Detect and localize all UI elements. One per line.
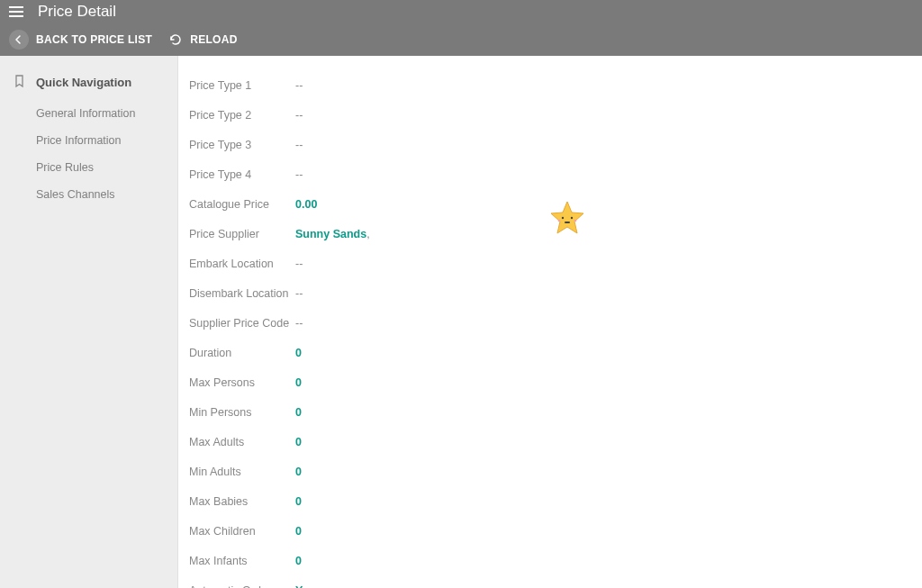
field-row: Embark Location-- (189, 249, 922, 278)
field-label: Duration (189, 347, 295, 359)
sidebar-item[interactable]: Price Rules (0, 154, 177, 181)
field-row: Price Type 3-- (189, 130, 922, 159)
field-label: Embark Location (189, 258, 295, 270)
sidebar-header: Quick Navigation (0, 70, 177, 100)
field-label: Min Adults (189, 466, 295, 478)
field-label: Max Infants (189, 555, 295, 567)
field-value-suffix: , (366, 228, 369, 240)
header: Price Detail BACK TO PRICE LIST RELOAD (0, 0, 922, 56)
field-row: Max Infants0 (189, 546, 922, 575)
field-row: Max Persons0 (189, 367, 922, 397)
back-label: BACK TO PRICE LIST (36, 33, 152, 46)
field-value: Yes (295, 584, 315, 589)
field-value: 0 (295, 495, 302, 508)
sidebar-nav: General InformationPrice InformationPric… (0, 100, 177, 208)
sidebar-item[interactable]: Price Information (0, 127, 177, 154)
menu-icon[interactable] (9, 3, 27, 21)
field-row: Catalogue Price0.00 (189, 189, 922, 219)
field-row: Min Adults0 (189, 457, 922, 486)
field-label: Price Type 3 (189, 139, 295, 151)
field-label: Automatic Order (189, 584, 295, 589)
field-value: -- (295, 317, 303, 330)
field-row: Duration0 (189, 338, 922, 367)
back-button[interactable]: BACK TO PRICE LIST (9, 30, 152, 50)
field-row: Price Type 1-- (189, 70, 922, 100)
reload-icon (168, 32, 183, 47)
reload-button[interactable]: RELOAD (168, 32, 237, 47)
field-row: Max Adults0 (189, 427, 922, 457)
field-label: Max Adults (189, 436, 295, 448)
field-value: -- (295, 139, 303, 151)
field-value: -- (295, 109, 303, 122)
field-label: Price Type 1 (189, 79, 295, 92)
reload-label: RELOAD (190, 33, 237, 46)
field-value: 0 (295, 466, 302, 478)
field-value: 0 (295, 376, 302, 389)
body: Quick Navigation General InformationPric… (0, 56, 922, 588)
field-label: Min Persons (189, 406, 295, 419)
field-label: Price Supplier (189, 228, 295, 240)
field-value: -- (295, 287, 303, 300)
field-value: 0 (295, 436, 302, 448)
field-row: Min Persons0 (189, 397, 922, 427)
field-value: 0 (295, 406, 302, 419)
field-label: Price Type 4 (189, 168, 295, 181)
sidebar-title: Quick Navigation (36, 76, 131, 89)
field-row: Price Type 2-- (189, 100, 922, 130)
field-label: Catalogue Price (189, 198, 295, 211)
field-label: Max Children (189, 525, 295, 538)
field-value: -- (295, 79, 303, 92)
field-row: Price SupplierSunny Sands, (189, 219, 922, 249)
field-value: -- (295, 168, 303, 181)
bookmark-icon (13, 74, 27, 91)
back-arrow-icon (9, 30, 29, 50)
field-value-link[interactable]: Sunny Sands, (295, 228, 370, 240)
field-row: Price Type 4-- (189, 159, 922, 189)
sidebar-item[interactable]: General Information (0, 100, 177, 127)
field-label: Price Type 2 (189, 109, 295, 122)
sidebar-item[interactable]: Sales Channels (0, 181, 177, 208)
field-value: 0 (295, 347, 302, 359)
field-row: Supplier Price Code-- (189, 308, 922, 338)
field-label: Disembark Location (189, 287, 295, 300)
sidebar: Quick Navigation General InformationPric… (0, 56, 178, 588)
field-label: Max Persons (189, 376, 295, 389)
field-row: Disembark Location-- (189, 278, 922, 308)
field-value: 0.00 (295, 198, 317, 211)
field-row: Max Babies0 (189, 486, 922, 516)
header-actions: BACK TO PRICE LIST RELOAD (0, 23, 922, 56)
field-row: Max Children0 (189, 516, 922, 546)
header-top: Price Detail (0, 0, 922, 23)
page-title: Price Detail (38, 3, 116, 21)
field-row: Automatic OrderYes (189, 575, 922, 588)
field-value: 0 (295, 525, 302, 538)
field-value: -- (295, 258, 303, 270)
field-label: Max Babies (189, 495, 295, 508)
field-label: Supplier Price Code (189, 317, 295, 330)
field-value: 0 (295, 555, 302, 567)
main-content: Price Type 1--Price Type 2--Price Type 3… (178, 56, 922, 588)
